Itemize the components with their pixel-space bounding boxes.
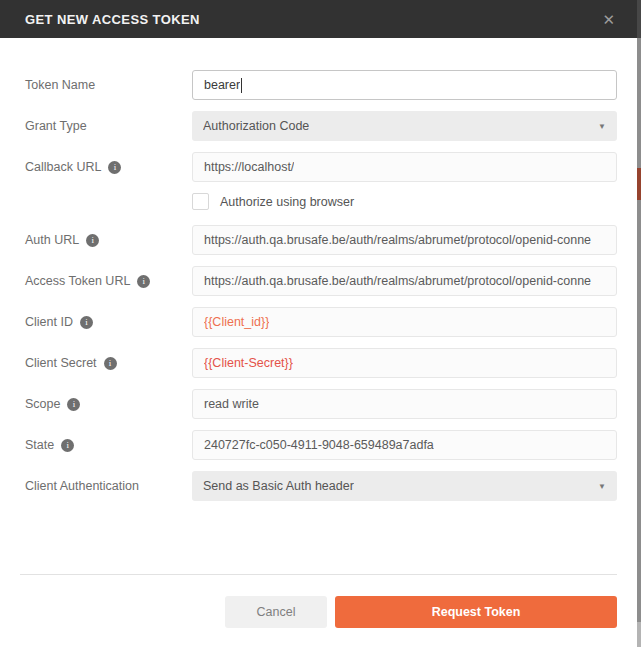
dialog-header: GET NEW ACCESS TOKEN ✕ [0,0,637,38]
background-app-edge [637,0,641,647]
callback-url-label: Callback URL [25,160,101,174]
grant-type-label: Grant Type [25,119,87,133]
grant-type-select[interactable]: Authorization Code ▼ [192,111,617,141]
dialog-title: GET NEW ACCESS TOKEN [25,12,598,27]
state-label: State [25,438,54,452]
auth-url-row: Auth URL i https://auth.qa.brusafe.be/au… [25,225,617,255]
client-secret-input[interactable]: {{Client-Secret}} [192,348,617,378]
client-authentication-row: Client Authentication Send as Basic Auth… [25,471,617,501]
access-token-url-input[interactable]: https://auth.qa.brusafe.be/auth/realms/a… [192,266,617,296]
info-icon[interactable]: i [137,275,150,288]
scope-input[interactable]: read write [192,389,617,419]
grant-type-row: Grant Type Authorization Code ▼ [25,111,617,141]
chevron-down-icon: ▼ [598,122,606,131]
auth-url-input[interactable]: https://auth.qa.brusafe.be/auth/realms/a… [192,225,617,255]
client-authentication-label: Client Authentication [25,479,139,493]
info-icon[interactable]: i [61,439,74,452]
dialog-body: Token Name bearer Grant Type Authorizati… [0,38,637,628]
request-token-button[interactable]: Request Token [335,596,617,628]
info-icon[interactable]: i [86,234,99,247]
scope-label: Scope [25,397,60,411]
client-secret-row: Client Secret i {{Client-Secret}} [25,348,617,378]
cancel-button[interactable]: Cancel [225,596,327,628]
callback-url-input[interactable]: https://localhost/ [192,152,617,182]
info-icon[interactable]: i [108,161,121,174]
scope-row: Scope i read write [25,389,617,419]
token-name-label: Token Name [25,78,95,92]
authorize-browser-checkbox[interactable] [192,193,209,210]
chevron-down-icon: ▼ [598,482,606,491]
state-row: State i 240727fc-c050-4911-9048-659489a7… [25,430,617,460]
info-icon[interactable]: i [104,357,117,370]
client-authentication-select[interactable]: Send as Basic Auth header ▼ [192,471,617,501]
token-name-row: Token Name bearer [25,70,617,100]
client-secret-label: Client Secret [25,356,97,370]
state-input[interactable]: 240727fc-c050-4911-9048-659489a7adfa [192,430,617,460]
access-token-url-row: Access Token URL i https://auth.qa.brusa… [25,266,617,296]
dialog-footer: Cancel Request Token [25,596,617,628]
client-id-row: Client ID i {{Client_id}} [25,307,617,337]
access-token-url-label: Access Token URL [25,274,130,288]
auth-url-label: Auth URL [25,233,79,247]
get-new-access-token-dialog: GET NEW ACCESS TOKEN ✕ Token Name bearer… [0,0,637,647]
token-name-input[interactable]: bearer [192,70,617,100]
info-icon[interactable]: i [80,316,93,329]
footer-divider [20,574,617,575]
client-id-label: Client ID [25,315,73,329]
text-cursor [241,78,242,93]
callback-url-row: Callback URL i https://localhost/ [25,152,617,182]
client-id-input[interactable]: {{Client_id}} [192,307,617,337]
close-icon[interactable]: ✕ [598,10,619,29]
info-icon[interactable]: i [67,398,80,411]
authorize-browser-label[interactable]: Authorize using browser [220,195,354,209]
authorize-browser-row: Authorize using browser [25,193,617,210]
